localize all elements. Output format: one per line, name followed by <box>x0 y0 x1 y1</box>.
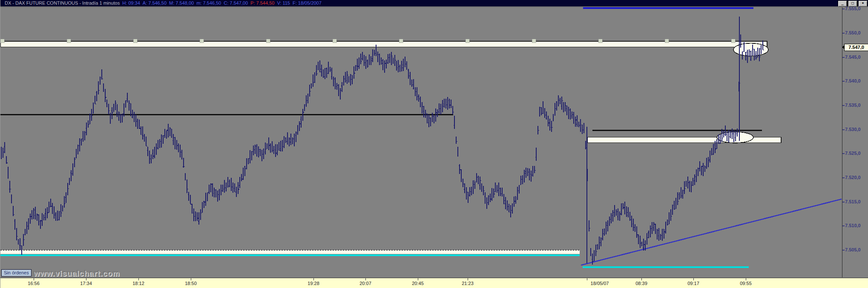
price-tick-label: 7.545,0 <box>842 54 861 60</box>
price-tick-label: 7.505,0 <box>842 247 861 252</box>
orders-status-chip[interactable]: Sin órdenes <box>1 269 32 277</box>
price-axis[interactable]: 7.547,0 7.555,07.550,07.545,07.540,07.53… <box>842 7 868 277</box>
price-tick-label: 7.540,0 <box>842 78 861 83</box>
time-tick <box>86 278 86 280</box>
tick-dash <box>842 177 845 178</box>
price-chart-canvas[interactable] <box>0 7 842 277</box>
time-tick-label: 21:23 <box>462 281 474 286</box>
price-chart-plot[interactable] <box>0 7 842 277</box>
title-segment: A: 7.546,50 <box>143 0 169 6</box>
time-tick-label: 19:28 <box>308 281 319 286</box>
time-tick-label: 17:34 <box>80 281 92 286</box>
session-date-label: 18/05/07 <box>591 281 609 286</box>
last-price-box: 7.547,0 <box>844 44 868 51</box>
time-tick-label: 08:39 <box>635 281 647 286</box>
time-tick-label: 09:17 <box>687 281 699 286</box>
time-tick <box>587 278 587 280</box>
tick-dash <box>842 33 845 34</box>
time-tick <box>191 278 191 280</box>
title-segment: V: 115 <box>277 0 293 6</box>
price-tick-label: 7.510,0 <box>842 223 861 228</box>
title-segment: m: 7.546,50 <box>196 0 224 6</box>
tick-dash <box>842 153 845 154</box>
time-tick-label: 20:07 <box>359 281 371 286</box>
tick-dash <box>842 250 845 251</box>
price-tick-label: 7.550,0 <box>842 30 861 35</box>
title-bar[interactable]: DX - DAX FUTURE CONTINUOUS - Intradía 1 … <box>0 0 868 7</box>
price-tick-label: 7.525,0 <box>842 151 861 156</box>
time-tick <box>641 278 642 280</box>
time-tick-label: 09:55 <box>740 281 752 286</box>
time-tick-label: 16:56 <box>28 281 40 286</box>
time-tick <box>365 278 366 280</box>
time-tick-label: 20:45 <box>412 281 424 286</box>
visualchart-watermark: www.visualchart.com <box>34 269 120 278</box>
tick-dash <box>842 225 845 226</box>
time-tick <box>468 278 468 280</box>
time-tick <box>746 278 746 280</box>
price-tick-label: 7.535,0 <box>842 103 861 108</box>
title-segment: P: 7.544,50 <box>250 0 277 6</box>
time-tick <box>34 278 34 280</box>
title-segment: C: 7.547,00 <box>224 0 250 6</box>
price-tick-label: 7.555,0 <box>842 6 861 11</box>
chart-window: DX - DAX FUTURE CONTINUOUS - Intradía 1 … <box>0 0 868 288</box>
title-segment: M: 7.548,00 <box>169 0 196 6</box>
tick-dash <box>842 57 845 58</box>
tick-dash <box>842 81 845 82</box>
last-price-value: 7.547,0 <box>848 45 864 50</box>
time-tick-label: 18:12 <box>132 281 144 286</box>
tick-dash <box>842 9 845 9</box>
price-tick-label: 7.530,0 <box>842 127 861 132</box>
time-tick <box>693 278 694 280</box>
title-segment: F: 18/05/2007 <box>293 0 324 6</box>
time-tick <box>138 278 139 280</box>
time-tick <box>418 278 418 280</box>
tick-dash <box>842 105 845 106</box>
price-tick-label: 7.515,0 <box>842 199 861 204</box>
title-segment: DX - DAX FUTURE CONTINUOUS - Intradía 1 … <box>5 0 122 6</box>
last-price-arrow-icon <box>842 46 844 49</box>
price-tick-label: 7.520,0 <box>842 175 861 180</box>
tick-dash <box>842 202 845 202</box>
time-axis[interactable]: 16:5617:3418:1218:5019:2820:0720:4521:23… <box>0 277 868 288</box>
title-segment: H: 09:34 <box>122 0 143 6</box>
time-tick <box>313 278 314 280</box>
tick-dash <box>842 129 845 130</box>
time-tick-label: 18:50 <box>185 281 197 286</box>
window-title: DX - DAX FUTURE CONTINUOUS - Intradía 1 … <box>0 0 868 6</box>
